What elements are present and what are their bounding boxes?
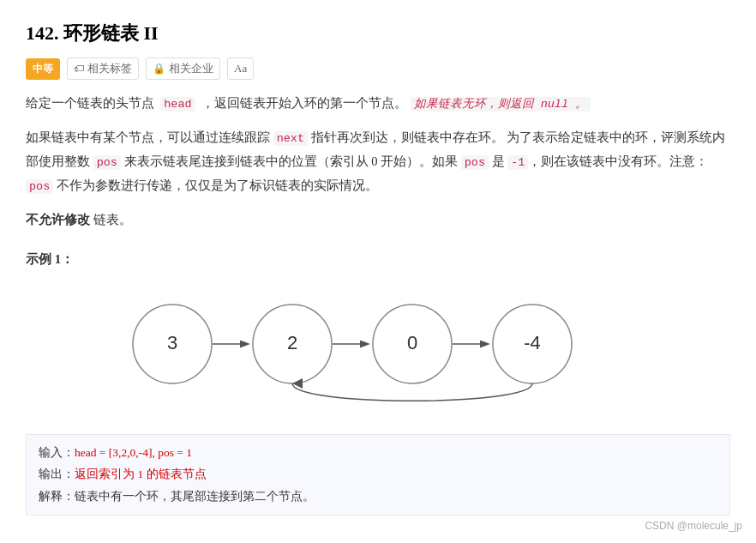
related-tags-label: 相关标签 — [87, 59, 132, 78]
tag-row: 中等 🏷 相关标签 🔒 相关企业 Aa — [26, 57, 730, 80]
node-3-label: 3 — [167, 332, 177, 353]
io-block: 输入：head = [3,2,0,-4], pos = 1 输出：返回索引为 1… — [26, 434, 730, 516]
node-0-label: 0 — [407, 332, 417, 353]
if-no-cycle-em: 如果链表无环，则返回 null 。 — [411, 97, 591, 112]
related-company-label: 相关企业 — [169, 59, 213, 78]
desc-line1: 给定一个链表的头节点 head ，返回链表开始入环的第一个节点。 如果链表无环，… — [26, 92, 730, 116]
lock-icon: 🔒 — [153, 60, 165, 77]
output-label: 输出： — [39, 468, 75, 480]
explain-value: 链表中有一个环，其尾部连接到第二个节点。 — [75, 490, 315, 503]
diagram-area: 3 2 0 -4 — [26, 280, 730, 417]
desc-line3: 不允许修改 链表。 — [26, 208, 730, 232]
input-value: head = [3,2,0,-4], pos = 1 — [75, 446, 192, 459]
font-label: Aa — [234, 59, 247, 78]
neg1-code: -1 — [507, 155, 528, 170]
node-neg4-label: -4 — [524, 332, 541, 353]
explain-label: 解释： — [39, 490, 75, 503]
node-2-label: 2 — [287, 332, 297, 353]
cycle-arrow — [292, 383, 532, 401]
output-value: 返回索引为 1 的链表节点 — [75, 468, 207, 480]
input-label: 输入： — [39, 446, 75, 459]
tag-icon: 🏷 — [74, 60, 84, 77]
pos-code1: pos — [93, 155, 121, 170]
head-code: head — [160, 97, 195, 112]
example-title: 示例 1： — [26, 249, 730, 271]
font-button[interactable]: Aa — [227, 57, 254, 80]
page-title: 142. 环形链表 II — [26, 17, 730, 49]
watermark: CSDN @molecule_jp — [645, 517, 742, 534]
pos-code2: pos — [461, 155, 489, 170]
input-row: 输入：head = [3,2,0,-4], pos = 1 — [39, 442, 717, 464]
desc-line2: 如果链表中有某个节点，可以通过连续跟踪 next 指针再次到达，则链表中存在环。… — [26, 126, 730, 198]
pos-code3: pos — [26, 179, 53, 194]
linked-list-diagram: 3 2 0 -4 — [112, 280, 644, 413]
explain-row: 解释：链表中有一个环，其尾部连接到第二个节点。 — [39, 486, 717, 508]
next-code: next — [273, 131, 308, 146]
related-tags-link[interactable]: 🏷 相关标签 — [67, 57, 139, 80]
output-row: 输出：返回索引为 1 的链表节点 — [39, 463, 717, 486]
difficulty-badge[interactable]: 中等 — [26, 58, 60, 79]
related-company-link[interactable]: 🔒 相关企业 — [146, 57, 220, 80]
